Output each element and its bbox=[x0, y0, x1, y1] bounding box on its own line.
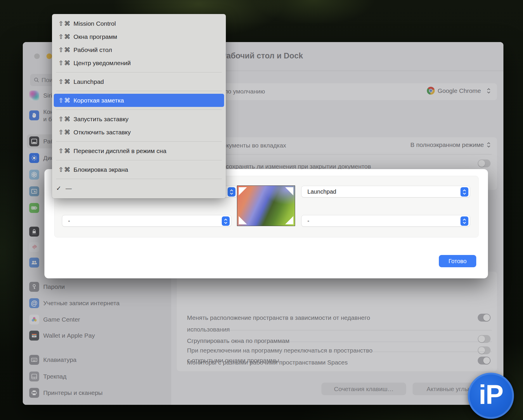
menu-item-desktop[interactable]: ⇧⌘Рабочий стол bbox=[54, 43, 224, 56]
ip-watermark-logo: iP bbox=[468, 373, 514, 419]
checkmark-icon: ✓ bbox=[56, 185, 61, 192]
menu-item-notification-center[interactable]: ⇧⌘Центр уведомлений bbox=[54, 56, 224, 70]
menu-divider bbox=[56, 72, 222, 72]
menu-item-display-sleep[interactable]: ⇧⌘Перевести дисплей в режим сна bbox=[54, 144, 224, 157]
corner-top-right-value: Launchpad bbox=[307, 188, 336, 195]
menu-item-quick-note[interactable]: ⇧⌘Короткая заметка bbox=[54, 94, 224, 107]
corner-marker-bottom-right bbox=[285, 216, 293, 224]
menu-item-app-windows[interactable]: ⇧⌘Окна программ bbox=[54, 30, 224, 43]
ip-logo-text: iP bbox=[479, 379, 503, 410]
corner-marker-top-right bbox=[285, 187, 293, 195]
stepper-icon bbox=[228, 187, 235, 197]
menu-divider bbox=[56, 110, 222, 110]
menu-item-launchpad[interactable]: ⇧⌘Launchpad bbox=[54, 75, 224, 88]
menu-item-lock-screen[interactable]: ⇧⌘Блокировка экрана bbox=[54, 163, 224, 176]
menu-divider bbox=[56, 91, 222, 91]
menu-divider bbox=[56, 179, 222, 179]
corner-marker-top-left bbox=[239, 187, 247, 195]
corner-bottom-right-value: - bbox=[307, 218, 309, 224]
stepper-icon bbox=[460, 187, 468, 197]
menu-divider bbox=[56, 160, 222, 160]
hot-corner-options-menu: ⇧⌘Mission Control ⇧⌘Окна программ ⇧⌘Рабо… bbox=[52, 14, 226, 198]
corner-marker-bottom-left bbox=[239, 216, 247, 224]
corner-bottom-right-select[interactable]: - bbox=[301, 215, 470, 227]
menu-divider bbox=[56, 141, 222, 142]
stepper-icon bbox=[222, 216, 230, 226]
corner-top-right-select[interactable]: Launchpad bbox=[301, 186, 470, 197]
menu-item-start-screensaver[interactable]: ⇧⌘Запустить заставку bbox=[54, 112, 224, 126]
done-button[interactable]: Готово bbox=[439, 255, 476, 267]
corner-bottom-left-value: - bbox=[68, 218, 70, 224]
stepper-icon bbox=[460, 216, 468, 226]
desktop-preview bbox=[237, 185, 295, 226]
corner-bottom-left-select[interactable]: - bbox=[62, 215, 231, 227]
menu-item-mission-control[interactable]: ⇧⌘Mission Control bbox=[54, 17, 224, 30]
menu-item-none[interactable]: ✓— bbox=[54, 182, 224, 195]
menu-item-disable-screensaver[interactable]: ⇧⌘Отключить заставку bbox=[54, 126, 224, 139]
